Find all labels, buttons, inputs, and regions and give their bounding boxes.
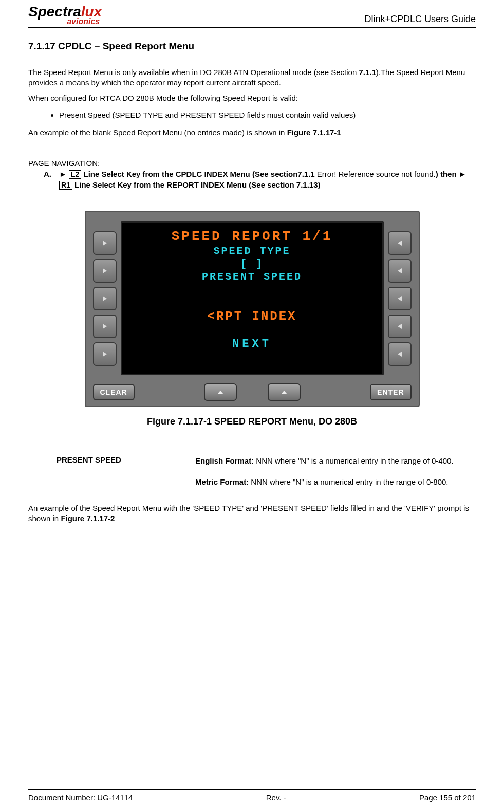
lsk-r1[interactable] [388,231,412,255]
page-footer: Document Number: UG-14114 Rev. - Page 15… [28,789,476,802]
bullet-list: Present Speed (SPEED TYPE and PRESENT SP… [28,110,476,122]
nav-content: ► L2 Line Select Key from the CPDLC INDE… [59,169,476,190]
lsk-key-l2: L2 [69,170,81,179]
figure-7-1-17-1: SPEED REPORT 1/1 SPEED TYPE [ ] PRESENT … [28,211,476,427]
error-text: Error! Reference source not found. [317,170,436,178]
text: ) then ► [436,170,466,178]
lsk-l4[interactable] [93,315,117,338]
lsk-l3[interactable] [93,287,117,310]
logo: Spectralux avionics [28,5,102,26]
screen-rpt-index: <RPT INDEX [130,309,374,323]
paragraph-after: An example of the Speed Report Menu with… [28,503,476,524]
nav-step-a: A. ► L2 Line Select Key from the CPDLC I… [44,169,476,190]
mcdu-panel: SPEED REPORT 1/1 SPEED TYPE [ ] PRESENT … [85,211,420,407]
mcdu-screen: SPEED REPORT 1/1 SPEED TYPE [ ] PRESENT … [121,221,384,375]
definition-label: PRESENT SPEED [28,455,185,499]
page-header: Spectralux avionics Dlink+CPDLC Users Gu… [28,5,476,28]
screen-field-speed-type: [ ] [130,258,374,270]
lsk-key-r1: R1 [59,181,72,190]
lsk-l1[interactable] [93,231,117,255]
section-number: 7.1.17 [28,41,55,51]
text: An example of the blank Speed Report Men… [28,128,287,137]
text: Line Select Key from the CPDLC INDEX Men… [81,170,316,178]
document-title: Dlink+CPDLC Users Guide [364,14,476,26]
footer-revision: Rev. - [266,793,286,802]
screen-title: SPEED REPORT 1/1 [130,229,374,244]
definition-present-speed: PRESENT SPEED English Format: NNN where … [28,455,476,499]
section-heading: 7.1.17 CPDLC – Speed Report Menu [28,41,476,52]
screen-spacer [130,284,374,308]
list-item: Present Speed (SPEED TYPE and PRESENT SP… [59,110,476,119]
metric-format-label: Metric Format: [195,477,251,486]
enter-button[interactable]: ENTER [370,384,411,400]
definition-body: English Format: NNN where "N" is a numer… [195,455,476,499]
footer-doc-number: Document Number: UG-14114 [28,793,133,802]
screen-next-prompt: NEXT [130,338,374,350]
screen-label-speed-type: SPEED TYPE [130,245,374,257]
lsk-l2[interactable] [93,259,117,283]
up-arrow-button-2[interactable] [268,383,301,401]
paragraph-1: The Speed Report Menu is only available … [28,67,476,88]
lsk-r3[interactable] [388,287,412,310]
english-format-text: NNN where "N" is a numerical entry in th… [256,456,453,465]
section-ref: 7.1.1 [359,68,376,77]
text: Line Select Key from the REPORT INDEX Me… [72,180,321,189]
left-lsk-column [93,221,117,376]
arrow-icon: ► [59,170,67,178]
english-format-label: English Format: [195,456,256,465]
clear-button[interactable]: CLEAR [93,384,135,400]
metric-format-text: NNN where "N" is a numerical entry in th… [251,477,448,486]
section-title: CPDLC – Speed Report Menu [58,41,194,51]
lsk-r4[interactable] [388,315,412,338]
text: The Speed Report Menu is only available … [28,68,359,77]
figure-ref: Figure 7.1.17-2 [61,514,115,523]
lsk-r5[interactable] [388,342,412,366]
paragraph-3: An example of the blank Speed Report Men… [28,127,476,138]
up-arrow-button-1[interactable] [204,383,237,401]
screen-label-present-speed: PRESENT SPEED [130,271,374,283]
figure-caption: Figure 7.1.17-1 SPEED REPORT Menu, DO 28… [28,416,476,427]
lsk-r2[interactable] [388,259,412,283]
footer-page-number: Page 155 of 201 [419,793,476,802]
paragraph-2: When configured for RTCA DO 280B Mode th… [28,93,476,103]
figure-ref: Figure 7.1.17-1 [287,128,341,137]
right-lsk-column [388,221,412,376]
page-navigation-label: PAGE NAVIGATION: [28,159,476,168]
lsk-l5[interactable] [93,342,117,366]
nav-letter: A. [44,169,59,190]
